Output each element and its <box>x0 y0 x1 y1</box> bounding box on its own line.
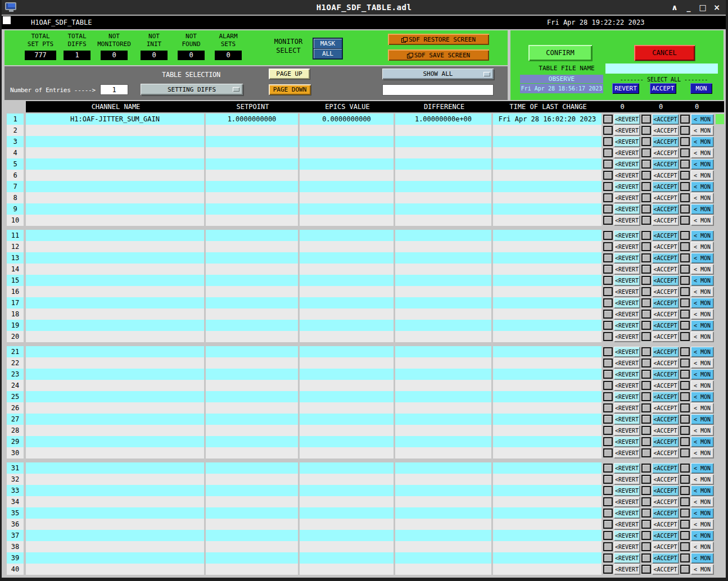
mon-checkbox[interactable] <box>680 509 690 518</box>
accept-button[interactable]: <ACCEPT <box>652 204 679 214</box>
accept-button[interactable]: <ACCEPT <box>652 564 679 574</box>
revert-button[interactable]: <REVERT <box>614 530 640 541</box>
accept-button[interactable]: <ACCEPT <box>652 369 679 379</box>
mask-button[interactable]: MASK <box>314 39 342 48</box>
mon-button[interactable]: < MON <box>691 519 713 529</box>
mon-button[interactable]: < MON <box>691 253 713 263</box>
mon-checkbox[interactable] <box>680 381 690 390</box>
accept-checkbox[interactable] <box>641 298 651 307</box>
revert-checkbox[interactable] <box>603 182 613 191</box>
accept-checkbox[interactable] <box>641 182 651 191</box>
revert-checkbox[interactable] <box>603 265 613 274</box>
accept-button[interactable]: <ACCEPT <box>652 485 679 496</box>
mon-checkbox[interactable] <box>680 392 690 401</box>
mon-checkbox[interactable] <box>680 370 690 379</box>
mon-all-button[interactable]: MON <box>690 83 712 94</box>
mon-button[interactable]: < MON <box>691 159 713 169</box>
revert-button[interactable]: <REVERT <box>614 542 640 552</box>
revert-button[interactable]: <REVERT <box>614 159 640 169</box>
accept-checkbox[interactable] <box>641 242 651 251</box>
channel-filter-input[interactable] <box>382 84 494 96</box>
mon-checkbox[interactable] <box>680 276 690 285</box>
revert-checkbox[interactable] <box>603 448 613 457</box>
mon-button[interactable]: < MON <box>691 204 713 214</box>
accept-button[interactable]: <ACCEPT <box>652 380 679 391</box>
accept-button[interactable]: <ACCEPT <box>652 463 679 473</box>
revert-button[interactable]: <REVERT <box>614 309 640 319</box>
revert-checkbox[interactable] <box>603 542 613 551</box>
revert-button[interactable]: <REVERT <box>614 392 640 402</box>
mon-checkbox[interactable] <box>680 437 690 446</box>
revert-checkbox[interactable] <box>603 115 613 124</box>
mon-button[interactable]: < MON <box>691 114 713 124</box>
revert-checkbox[interactable] <box>603 310 613 319</box>
revert-checkbox[interactable] <box>603 287 613 296</box>
revert-button[interactable]: <REVERT <box>614 320 640 330</box>
accept-checkbox[interactable] <box>641 370 651 379</box>
revert-all-button[interactable]: REVERT <box>612 83 639 94</box>
revert-button[interactable]: <REVERT <box>614 358 640 368</box>
accept-button[interactable]: <ACCEPT <box>652 275 679 285</box>
mon-checkbox[interactable] <box>680 542 690 551</box>
accept-checkbox[interactable] <box>641 126 651 135</box>
accept-button[interactable]: <ACCEPT <box>652 230 679 240</box>
accept-button[interactable]: <ACCEPT <box>652 508 679 518</box>
accept-checkbox[interactable] <box>641 565 651 574</box>
revert-checkbox[interactable] <box>603 242 613 251</box>
accept-checkbox[interactable] <box>641 403 651 412</box>
mon-button[interactable]: < MON <box>691 425 713 435</box>
mon-checkbox[interactable] <box>680 287 690 296</box>
revert-checkbox[interactable] <box>603 486 613 495</box>
mon-checkbox[interactable] <box>680 553 690 562</box>
revert-checkbox[interactable] <box>603 126 613 135</box>
mon-checkbox[interactable] <box>680 426 690 435</box>
mon-button[interactable]: < MON <box>691 242 713 252</box>
revert-button[interactable]: <REVERT <box>614 114 640 124</box>
mon-checkbox[interactable] <box>680 171 690 180</box>
accept-button[interactable]: <ACCEPT <box>652 332 679 342</box>
mon-button[interactable]: < MON <box>691 392 713 402</box>
all-button[interactable]: ALL <box>314 49 342 58</box>
mon-checkbox[interactable] <box>680 448 690 457</box>
accept-button[interactable]: <ACCEPT <box>652 542 679 552</box>
accept-checkbox[interactable] <box>641 448 651 457</box>
accept-checkbox[interactable] <box>641 160 651 169</box>
mon-checkbox[interactable] <box>680 475 690 484</box>
mon-checkbox[interactable] <box>680 148 690 157</box>
revert-button[interactable]: <REVERT <box>614 148 640 158</box>
revert-button[interactable]: <REVERT <box>614 553 640 563</box>
revert-checkbox[interactable] <box>603 437 613 446</box>
accept-button[interactable]: <ACCEPT <box>652 448 679 458</box>
revert-button[interactable]: <REVERT <box>614 332 640 342</box>
mon-checkbox[interactable] <box>680 403 690 412</box>
accept-button[interactable]: <ACCEPT <box>652 309 679 319</box>
mon-button[interactable]: < MON <box>691 380 713 391</box>
revert-button[interactable]: <REVERT <box>614 181 640 192</box>
mon-checkbox[interactable] <box>680 231 690 240</box>
sdf-restore-screen-button[interactable]: SDF RESTORE SCREEN <box>388 34 489 45</box>
revert-button[interactable]: <REVERT <box>614 215 640 225</box>
revert-button[interactable]: <REVERT <box>614 474 640 484</box>
mon-checkbox[interactable] <box>680 205 690 214</box>
accept-button[interactable]: <ACCEPT <box>652 530 679 541</box>
maximize-button[interactable]: □ <box>698 3 707 12</box>
revert-checkbox[interactable] <box>603 321 613 330</box>
mon-button[interactable]: < MON <box>691 542 713 552</box>
accept-checkbox[interactable] <box>641 392 651 401</box>
mon-button[interactable]: < MON <box>691 448 713 458</box>
accept-button[interactable]: <ACCEPT <box>652 474 679 484</box>
mon-button[interactable]: < MON <box>691 125 713 135</box>
revert-checkbox[interactable] <box>603 520 613 529</box>
mon-checkbox[interactable] <box>680 520 690 529</box>
revert-checkbox[interactable] <box>603 253 613 262</box>
revert-checkbox[interactable] <box>603 205 613 214</box>
revert-button[interactable]: <REVERT <box>614 137 640 147</box>
revert-button[interactable]: <REVERT <box>614 369 640 379</box>
page-up-button[interactable]: PAGE UP <box>269 69 310 79</box>
revert-button[interactable]: <REVERT <box>614 403 640 413</box>
revert-checkbox[interactable] <box>603 509 613 518</box>
page-down-button[interactable]: PAGE DOWN <box>269 84 311 95</box>
mon-button[interactable]: < MON <box>691 264 713 274</box>
mon-button[interactable]: < MON <box>691 403 713 413</box>
mon-checkbox[interactable] <box>680 486 690 495</box>
